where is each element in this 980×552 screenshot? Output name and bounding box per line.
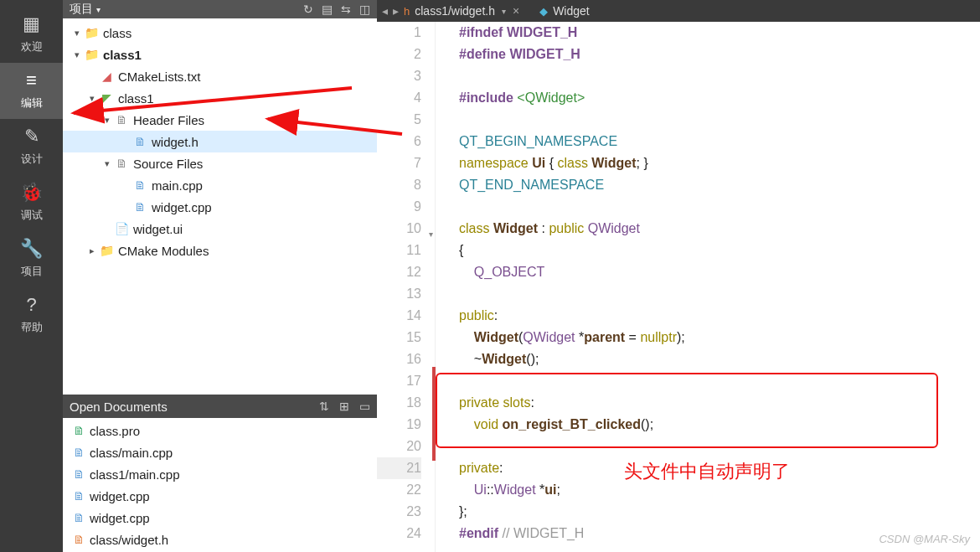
file-icon: 🗎 <box>70 446 88 459</box>
close-icon[interactable]: ▭ <box>359 400 370 413</box>
tree-item[interactable]: ▾📄widget.ui <box>63 218 377 240</box>
nav-back-icon[interactable]: ◂ <box>382 4 388 18</box>
mode-rail: ▦欢迎≡编辑✎设计🐞调试🔧项目?帮助 <box>0 0 63 552</box>
sort-icon[interactable]: ⇅ <box>319 400 329 413</box>
doc-label: class1/main.cpp <box>90 467 180 482</box>
chevron-down-icon[interactable]: ▾ <box>502 7 506 16</box>
line-number: 23 <box>377 501 421 523</box>
arrow-to-widgeth <box>260 109 410 142</box>
tree-item[interactable]: ▾🗎Source Files <box>63 152 377 174</box>
line-number: 21 <box>377 457 421 479</box>
rail-设计[interactable]: ✎设计 <box>0 119 63 175</box>
line-number: 12 <box>377 261 421 283</box>
dropdown-icon[interactable]: ▾ <box>96 5 101 14</box>
open-doc-item[interactable]: 🗎widget.cpp <box>63 507 377 529</box>
split-icon[interactable]: ◫ <box>359 3 370 16</box>
open-doc-item[interactable]: 🗎class/widget.h <box>63 529 377 550</box>
doc-label: class/main.cpp <box>90 446 173 460</box>
doc-label: widget.cpp <box>90 489 150 503</box>
code-line[interactable]: QT_END_NAMESPACE <box>459 174 980 196</box>
split-icon[interactable]: ⊞ <box>339 400 349 413</box>
watermark: CSDN @MAR-Sky <box>879 533 970 545</box>
annotation-text: 头文件中自动声明了 <box>624 459 790 484</box>
rail-帮助[interactable]: ?帮助 <box>0 287 63 343</box>
code-line[interactable]: Q_OBJECT <box>459 261 980 283</box>
tree-item[interactable]: ▾🗎main.cpp <box>63 174 377 196</box>
code-line[interactable] <box>459 109 980 131</box>
code-line[interactable]: { <box>459 240 980 261</box>
line-number: 11 <box>377 240 421 261</box>
file-icon: 🗎 <box>113 157 130 170</box>
rail-label: 欢迎 <box>21 40 43 53</box>
line-number: 22 <box>377 479 421 501</box>
file-icon: 📁 <box>83 48 100 61</box>
code-line[interactable]: public: <box>459 305 980 327</box>
tree-item[interactable]: ▸📁CMake Modules <box>63 240 377 261</box>
expand-arrow-icon[interactable]: ▸ <box>86 245 98 256</box>
project-header: 项目 ▾ ↻ ▤ ⇆ ◫ <box>63 0 377 18</box>
code-line[interactable] <box>459 65 980 87</box>
code-line[interactable]: #include <QWidget> <box>459 87 980 109</box>
expand-arrow-icon[interactable]: ▾ <box>101 158 113 169</box>
line-number: 2 <box>377 44 421 65</box>
doc-label: class/widget.h <box>90 533 168 547</box>
code-line[interactable] <box>459 196 980 218</box>
tree-label: main.cpp <box>152 178 203 193</box>
line-number: 20 <box>377 436 421 457</box>
annotation-box <box>436 373 938 448</box>
code-line[interactable]: class Widget : public QWidget <box>459 218 980 240</box>
code-line[interactable]: ~Widget(); <box>459 348 980 370</box>
line-number: 18 <box>377 392 421 414</box>
filter-icon[interactable]: ▤ <box>322 3 333 16</box>
rail-icon: ? <box>0 294 63 316</box>
project-tree[interactable]: ▾📁class▾📁class1▾◢CMakeLists.txt▾◤class1▾… <box>63 18 377 395</box>
header-file-icon: h <box>404 5 410 18</box>
rail-欢迎[interactable]: ▦欢迎 <box>0 7 63 63</box>
open-doc-item[interactable]: 🗎class1/main.cpp <box>63 463 377 485</box>
tree-item[interactable]: ▾📁class <box>63 22 377 44</box>
file-icon: 🗎 <box>70 533 88 546</box>
rail-调试[interactable]: 🐞调试 <box>0 175 63 231</box>
file-icon: 🗎 <box>132 200 148 214</box>
open-docs-title: Open Documents <box>70 400 168 414</box>
expand-arrow-icon[interactable]: ▾ <box>71 49 83 60</box>
expand-arrow-icon[interactable]: ▾ <box>71 28 83 39</box>
open-doc-item[interactable]: 🗎class.pro <box>63 420 377 441</box>
line-number: 7 <box>377 152 421 174</box>
project-header-title: 项目 <box>70 2 93 17</box>
code-line[interactable]: QT_BEGIN_NAMESPACE <box>459 131 980 152</box>
line-gutter: 123456789▾101112131415161718192021222324 <box>377 22 436 552</box>
code-line[interactable]: #define WIDGET_H <box>459 44 980 65</box>
close-icon[interactable]: × <box>513 4 519 18</box>
code-line[interactable]: Widget(QWidget *parent = nullptr); <box>459 327 980 348</box>
tab-class[interactable]: ◆ Widget <box>539 4 590 18</box>
link-icon[interactable]: ⇆ <box>341 3 351 16</box>
tree-label: class <box>103 26 132 40</box>
open-doc-item[interactable]: 🗎widget.cpp <box>63 485 377 507</box>
rail-项目[interactable]: 🔧项目 <box>0 231 63 287</box>
tree-item[interactable]: ▾📁class1 <box>63 44 377 65</box>
rail-编辑[interactable]: ≡编辑 <box>0 63 63 119</box>
tree-item[interactable]: ▾🗎widget.cpp <box>63 196 377 218</box>
tree-label: Source Files <box>133 157 203 171</box>
code-line[interactable]: }; <box>459 501 980 523</box>
rail-label: 调试 <box>21 209 43 221</box>
code-line[interactable]: #ifndef WIDGET_H <box>459 22 980 44</box>
line-number: 1 <box>377 22 421 44</box>
code-line[interactable] <box>459 283 980 305</box>
rail-icon: ✎ <box>0 126 63 147</box>
code-line[interactable]: namespace Ui { class Widget; } <box>459 152 980 174</box>
tab-file[interactable]: h class1/widget.h ▾ × <box>404 4 519 18</box>
line-number: 19 <box>377 414 421 436</box>
nav-fwd-icon[interactable]: ▸ <box>393 4 399 18</box>
open-docs-header: Open Documents ⇅ ⊞ ▭ <box>63 395 377 418</box>
line-number: 24 <box>377 523 421 544</box>
open-doc-item[interactable]: 🗎class/main.cpp <box>63 441 377 463</box>
file-icon: 🗎 <box>70 424 88 437</box>
tree-label: widget.ui <box>133 222 183 236</box>
open-docs-list[interactable]: 🗎class.pro🗎class/main.cpp🗎class1/main.cp… <box>63 418 377 552</box>
file-icon: 🗎 <box>70 511 88 524</box>
sync-icon[interactable]: ↻ <box>303 3 313 16</box>
rail-icon: ≡ <box>0 70 63 91</box>
file-icon: 🗎 <box>70 467 88 481</box>
